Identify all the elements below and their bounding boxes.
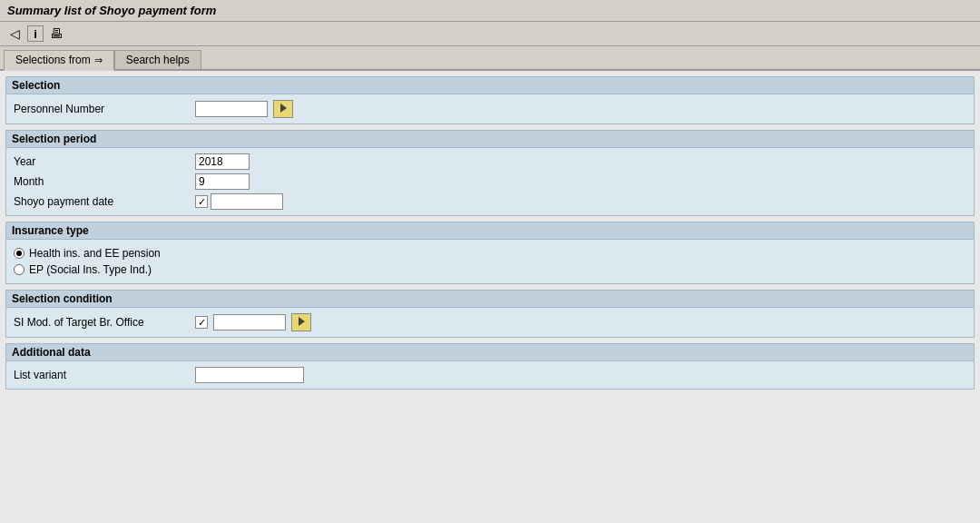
back-icon[interactable]: ◁ bbox=[5, 25, 24, 43]
list-variant-label: List variant bbox=[14, 369, 195, 381]
selection-period-section: Selection period Year Month Shoyo paymen… bbox=[5, 130, 975, 216]
personnel-number-input[interactable] bbox=[195, 101, 268, 117]
year-row: Year bbox=[14, 153, 966, 170]
additional-data-section: Additional data List variant bbox=[5, 343, 975, 390]
si-mod-arrow-icon bbox=[299, 316, 305, 329]
insurance-type-body: Health ins. and EE pension EP (Social In… bbox=[6, 240, 974, 283]
si-mod-label: SI Mod. of Target Br. Office bbox=[14, 316, 195, 329]
health-ins-row[interactable]: Health ins. and EE pension bbox=[14, 247, 966, 260]
health-ins-label: Health ins. and EE pension bbox=[29, 247, 161, 260]
main-content: Selection Personnel Number Selection per… bbox=[0, 71, 980, 400]
tab-selections-from[interactable]: Selections from ⇒ bbox=[4, 50, 114, 71]
toolbar: ◁ i 🖶 bbox=[0, 22, 980, 46]
selection-period-header: Selection period bbox=[6, 131, 974, 148]
si-mod-row: SI Mod. of Target Br. Office ✓ bbox=[14, 313, 966, 331]
personnel-number-label: Personnel Number bbox=[14, 103, 195, 115]
year-input[interactable] bbox=[195, 153, 250, 170]
ep-social-row[interactable]: EP (Social Ins. Type Ind.) bbox=[14, 263, 966, 276]
ep-social-radio[interactable] bbox=[14, 264, 24, 275]
title-bar: Summary list of Shoyo payment form bbox=[0, 0, 980, 22]
additional-data-body: List variant bbox=[6, 361, 974, 389]
list-variant-input[interactable] bbox=[195, 367, 304, 383]
month-row: Month bbox=[14, 173, 966, 190]
additional-data-header: Additional data bbox=[6, 344, 974, 361]
si-mod-input[interactable] bbox=[213, 314, 286, 331]
selection-condition-section: Selection condition SI Mod. of Target Br… bbox=[5, 290, 975, 338]
personnel-number-row: Personnel Number bbox=[14, 100, 966, 118]
si-mod-button[interactable] bbox=[291, 313, 311, 331]
radio-group: Health ins. and EE pension EP (Social In… bbox=[14, 245, 966, 278]
info-icon[interactable]: i bbox=[27, 25, 44, 42]
title-text: Summary list of Shoyo payment form bbox=[7, 4, 216, 17]
health-ins-radio[interactable] bbox=[14, 248, 24, 259]
tab-arrow-icon: ⇒ bbox=[94, 54, 103, 66]
insurance-type-section: Insurance type Health ins. and EE pensio… bbox=[5, 222, 975, 284]
insurance-type-header: Insurance type bbox=[6, 222, 974, 240]
year-label: Year bbox=[14, 155, 195, 168]
si-mod-checkbox[interactable]: ✓ bbox=[195, 316, 208, 329]
selection-condition-header: Selection condition bbox=[6, 291, 974, 308]
selection-body: Personnel Number bbox=[6, 94, 974, 123]
selection-period-body: Year Month Shoyo payment date ✓ bbox=[6, 148, 974, 215]
selection-header: Selection bbox=[6, 77, 974, 94]
month-input[interactable] bbox=[195, 173, 250, 190]
shoyo-payment-date-input[interactable] bbox=[211, 193, 283, 210]
shoyo-payment-date-checkbox[interactable]: ✓ bbox=[195, 195, 208, 208]
ep-social-label: EP (Social Ins. Type Ind.) bbox=[29, 263, 152, 276]
month-label: Month bbox=[14, 175, 195, 188]
tab-selections-from-label: Selections from bbox=[15, 54, 91, 66]
tab-search-helps-label: Search helps bbox=[126, 54, 190, 66]
tab-bar: Selections from ⇒ Search helps bbox=[0, 46, 980, 71]
selection-condition-body: SI Mod. of Target Br. Office ✓ bbox=[6, 308, 974, 337]
shoyo-payment-date-label: Shoyo payment date bbox=[14, 195, 195, 208]
list-variant-row: List variant bbox=[14, 367, 966, 383]
shoyo-payment-date-row: Shoyo payment date ✓ bbox=[14, 193, 966, 210]
tab-search-helps[interactable]: Search helps bbox=[114, 50, 201, 69]
print-icon[interactable]: 🖶 bbox=[47, 25, 65, 43]
personnel-number-button[interactable] bbox=[273, 100, 293, 118]
arrow-icon bbox=[280, 103, 287, 115]
selection-section: Selection Personnel Number bbox=[5, 76, 975, 124]
